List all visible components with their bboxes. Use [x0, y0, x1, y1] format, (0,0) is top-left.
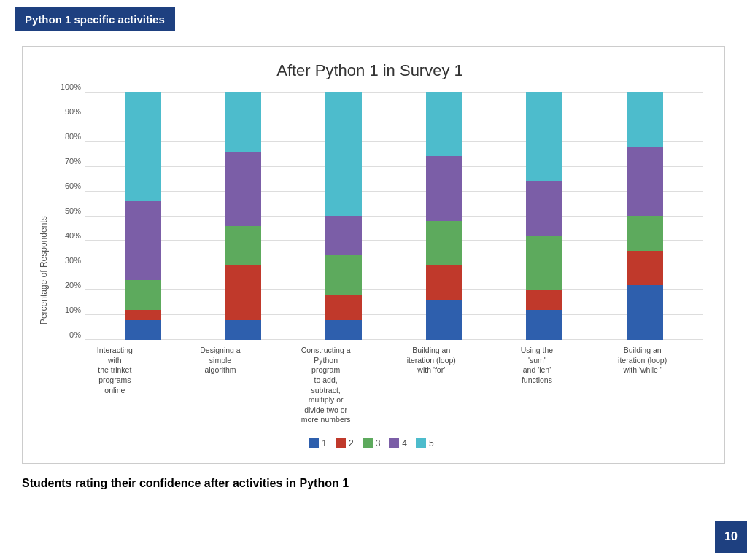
legend-color-1	[309, 438, 319, 448]
legend-label-2: 2	[349, 438, 354, 448]
chart-container: After Python 1 in Survey 1 Percentage of…	[22, 46, 725, 464]
segment-3	[627, 216, 663, 251]
bar-group-4	[519, 92, 569, 340]
bars-row	[85, 92, 703, 340]
legend-label-3: 3	[376, 438, 381, 448]
y-axis-label: Percentage of Respondents	[37, 92, 50, 448]
segment-4	[325, 216, 362, 255]
page-number: 10	[715, 521, 747, 553]
legend-item-5: 5	[416, 438, 434, 448]
segment-3	[426, 221, 462, 265]
x-labels: Interacting withthe trinketprograms onli…	[55, 346, 703, 425]
segment-2	[325, 295, 362, 320]
bar-group-0	[118, 92, 168, 340]
legend-item-1: 1	[309, 438, 327, 448]
bar-group-3	[419, 92, 469, 340]
legend-item-3: 3	[363, 438, 381, 448]
x-label-2: Constructing aPython programto add,subtr…	[301, 346, 351, 425]
segment-2	[426, 265, 462, 300]
header-bar: Python 1 specific activities	[15, 7, 175, 31]
segment-5	[526, 92, 562, 181]
bar-group-5	[620, 92, 670, 340]
segment-2	[627, 251, 663, 286]
legend-color-2	[336, 438, 346, 448]
segment-4	[125, 201, 161, 281]
legend-color-5	[416, 438, 426, 448]
segment-4	[526, 181, 562, 236]
segment-1	[225, 320, 261, 340]
segment-3	[125, 280, 161, 310]
chart-inner: 0% 10% 20% 30% 40% 50% 60% 70% 80% 90% 1…	[55, 92, 703, 448]
segment-4	[426, 156, 462, 220]
segment-5	[125, 92, 161, 201]
x-label-1: Designing asimplealgorithm	[196, 346, 245, 425]
legend-label-1: 1	[322, 438, 327, 448]
header-title: Python 1 specific activities	[25, 13, 165, 26]
segment-5	[325, 92, 362, 216]
legend: 12345	[55, 432, 703, 448]
segment-4	[225, 152, 261, 226]
legend-item-2: 2	[336, 438, 354, 448]
segment-5	[225, 92, 261, 152]
chart-title: After Python 1 in Survey 1	[37, 61, 703, 80]
segment-1	[526, 310, 562, 340]
grid-and-bars	[85, 92, 703, 340]
legend-label-4: 4	[402, 438, 407, 448]
chart-area: Percentage of Respondents 0% 10% 20% 30%…	[37, 92, 703, 448]
segment-3	[526, 236, 562, 290]
segment-1	[627, 285, 663, 340]
bar-group-2	[319, 92, 368, 340]
segment-2	[125, 310, 161, 320]
segment-4	[627, 147, 663, 216]
bar-group-1	[218, 92, 268, 340]
legend-color-4	[389, 438, 399, 448]
x-label-3: Building aniteration (loop)with 'for'	[406, 346, 456, 425]
legend-label-5: 5	[429, 438, 434, 448]
footer-text: Students rating their confidence after a…	[22, 477, 725, 490]
segment-1	[325, 320, 362, 340]
segment-3	[325, 255, 362, 295]
segment-1	[125, 320, 161, 340]
legend-item-4: 4	[389, 438, 407, 448]
x-label-4: Using the 'sum'and 'len'functions	[512, 346, 562, 425]
segment-1	[426, 300, 462, 340]
segment-2	[526, 290, 562, 310]
y-ticks: 0% 10% 20% 30% 40% 50% 60% 70% 80% 90% 1…	[55, 92, 81, 340]
segment-5	[627, 92, 663, 147]
segment-3	[225, 226, 261, 265]
bars-area	[85, 92, 703, 340]
legend-color-3	[363, 438, 373, 448]
segment-5	[426, 92, 462, 156]
bars-and-yaxis: 0% 10% 20% 30% 40% 50% 60% 70% 80% 90% 1…	[55, 92, 703, 340]
x-label-5: Building aniteration (loop)with 'while '	[618, 346, 667, 425]
x-label-0: Interacting withthe trinketprograms onli…	[90, 346, 139, 425]
segment-2	[225, 265, 261, 320]
